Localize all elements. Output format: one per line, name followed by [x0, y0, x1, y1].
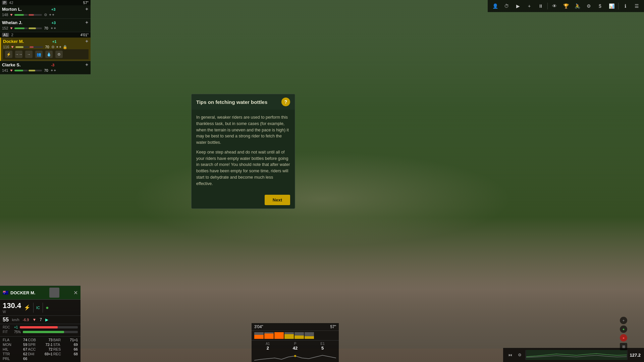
toolbar-menu-icon[interactable]: ☰ — [632, 1, 641, 11]
toolbar-profile-icon[interactable]: 👤 — [490, 1, 500, 11]
attr-fla: FLA74 — [3, 338, 27, 342]
rider-icon-morton: ✦ — [85, 7, 89, 12]
gc-a1: A1 2 — [266, 342, 270, 351]
bar-container-clarke — [14, 70, 42, 71]
action-lead[interactable]: → — [25, 51, 33, 58]
tip-dialog: Tips on fetching water bottles ? In gene… — [191, 94, 295, 209]
grid-icon[interactable]: ⊞ — [620, 343, 627, 350]
group-pos-p: 42 — [9, 1, 13, 5]
svg-point-0 — [294, 355, 296, 357]
rider-row-docker: Docker M. +1 ✦ 116 ♥ 70 ⚙ ✦✦ 🔒 ⚡ →→ → 👥 — [0, 38, 91, 61]
attr-ttr: TTR62 — [3, 352, 27, 356]
toolbar-pause-icon[interactable]: ⏸ — [536, 1, 545, 11]
group-header-p: P 42 57" — [0, 0, 91, 5]
heart-icon-clarke: ♥ — [10, 68, 12, 73]
attr-rec: REC68 — [53, 352, 78, 356]
toolbar-gear-icon[interactable]: ⚙ — [584, 1, 593, 11]
dialog-footer: Next — [192, 191, 295, 208]
power-stat: 130.4 W — [3, 301, 21, 314]
rider-delta-whelan: +3 — [52, 21, 56, 25]
group-id-p: P — [2, 1, 7, 5]
fit-pct: 75% — [14, 330, 21, 334]
rider-panel: P 42 57" Morton L. +3 ✦ 148 ♥ ⚙ ✦✦ — [0, 0, 91, 74]
fit-label: FIT — [3, 330, 12, 334]
next-button[interactable]: Next — [265, 195, 290, 205]
green-dot-icon[interactable]: ● — [620, 325, 627, 333]
rider-flag: 🇦🇺 — [3, 290, 8, 295]
minimap-svg — [525, 350, 628, 360]
heart-icon-whelan: ♥ — [10, 26, 12, 31]
toolbar-add-icon[interactable]: + — [525, 1, 534, 11]
rider-avatar — [49, 288, 59, 298]
rider-icon-docker: ✦ — [85, 39, 89, 44]
docker-action-bar: ⚡ →→ → 👥 💧 ⚙ — [3, 49, 89, 59]
group-pos-a1: 2 — [11, 33, 13, 37]
speed-unit: km/h — [12, 318, 19, 322]
stat-separator2 — [43, 303, 43, 313]
trend-icon: ▼ — [32, 317, 36, 322]
rider-number-docker: 116 — [3, 45, 9, 49]
toolbar-eye-icon[interactable]: 👁 — [550, 1, 559, 11]
fit-bar — [23, 331, 78, 333]
rider-speed-clarke: 70 — [44, 68, 48, 72]
speed-readout: 127.2 — [630, 353, 641, 358]
attr-sta: STA69 — [53, 343, 78, 347]
rider-icon-clarke: ✦ — [85, 62, 89, 67]
toolbar-timer-icon[interactable]: ⏱ — [502, 1, 511, 11]
rider-detail-header: 🇦🇺 DOCKER M. ✕ — [0, 286, 80, 300]
rider-name-whelan: Whelan J. — [2, 20, 22, 25]
rider-detail-bars: RDC +1 FIT 75% — [0, 324, 80, 336]
group-header-a1: A1 2 4'01" — [0, 32, 91, 38]
rdc-bar — [20, 326, 78, 328]
energy-bar-morton — [14, 14, 28, 16]
rider-number-whelan: 152 — [2, 26, 8, 30]
t-bar-4 — [284, 332, 294, 339]
rider-speed-docker: 70 — [45, 45, 49, 49]
group-time-a1: 4'01" — [80, 33, 89, 37]
action-attack[interactable]: ⚡ — [5, 51, 12, 58]
rider-settings-docker[interactable]: ⚙ ✦✦ 🔒 — [51, 45, 67, 49]
timeline-header: 3'04" 57" — [252, 323, 339, 331]
playback-settings-icon[interactable]: ⚙ — [516, 351, 523, 359]
speed-value: 55 — [3, 317, 9, 323]
action-follow[interactable]: →→ — [15, 51, 22, 58]
zoom-in-icon[interactable]: + — [620, 317, 627, 324]
rider-delta-clarke: -3 — [51, 63, 54, 67]
red-dot-icon[interactable]: ● — [620, 334, 627, 342]
speed-delta: -6.9 — [22, 318, 29, 322]
rider-settings-whelan[interactable]: ✦✦ — [50, 26, 56, 31]
attr-prl: PRL66 — [3, 357, 27, 361]
dialog-title: Tips on fetching water bottles — [196, 99, 267, 105]
energy-bar-whelan — [14, 27, 28, 29]
power-icon: ⚡ — [24, 304, 31, 311]
bar-container-docker — [15, 46, 43, 48]
rider-detail-name: DOCKER M. — [10, 290, 35, 295]
playback-prev-icon[interactable]: ⏮ — [506, 351, 514, 359]
group-time-p: 57" — [83, 1, 89, 5]
toolbar-info-icon[interactable]: ℹ — [621, 1, 630, 11]
rider-row-whelan: Whelan J. +3 ✦ 152 ♥ 70 ✦✦ — [0, 19, 91, 32]
close-detail-icon[interactable]: ✕ — [73, 290, 78, 296]
toolbar-play-icon[interactable]: ▶ — [513, 1, 523, 11]
toolbar-sep1 — [547, 3, 548, 9]
toolbar-chart-icon[interactable]: 📊 — [607, 1, 616, 11]
dialog-help-button[interactable]: ? — [281, 98, 290, 106]
attr-bar: BAR71+1 — [53, 338, 78, 342]
dialog-header: Tips on fetching water bottles ? — [192, 94, 295, 110]
rider-detail-stats: 130.4 W ⚡ IC ● — [0, 300, 80, 316]
water-bar-morton — [29, 14, 42, 16]
action-settings2[interactable]: ⚙ — [55, 51, 63, 58]
rdc-bar-fill — [20, 326, 57, 328]
rider-settings-clarke[interactable]: ✦✦ — [50, 68, 56, 73]
t-bar-1 — [254, 332, 264, 339]
rider-name-docker: Docker M. — [3, 39, 24, 44]
toolbar-trophy-icon[interactable]: 🏆 — [561, 1, 571, 11]
rider-row-clarke: Clarke S. -3 ✦ 141 ♥ 70 ✦✦ — [0, 61, 91, 74]
toolbar-dollar-icon[interactable]: $ — [595, 1, 605, 11]
rider-detail-panel: 🇦🇺 DOCKER M. ✕ 130.4 W ⚡ IC ● 55 km/h -6… — [0, 286, 80, 362]
action-group[interactable]: 👥 — [35, 51, 43, 58]
action-water[interactable]: 💧 — [45, 51, 53, 58]
toolbar-bike-icon[interactable]: 🚴 — [573, 1, 582, 11]
rdc-bar-row: RDC +1 — [3, 325, 78, 329]
rider-settings-morton[interactable]: ⚙ ✦✦ — [44, 13, 54, 17]
